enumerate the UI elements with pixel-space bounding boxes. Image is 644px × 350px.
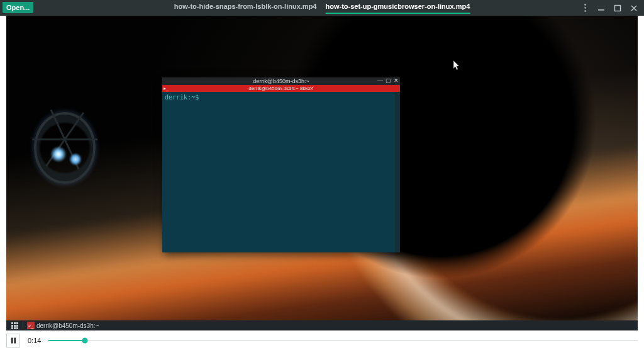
seek-fill xyxy=(48,340,85,341)
svg-rect-9 xyxy=(14,325,16,327)
app-header: Open... how-to-hide-snaps-from-lsblk-on-… xyxy=(0,0,644,16)
svg-rect-7 xyxy=(16,322,18,324)
svg-rect-14 xyxy=(11,337,13,343)
video-viewport[interactable]: derrik@b450m-ds3h:~ — ▢ ✕ ▸_ derrik@b450… xyxy=(6,16,638,330)
svg-rect-6 xyxy=(14,322,16,324)
terminal-minimize-icon[interactable]: — xyxy=(377,77,383,84)
terminal-scrollbar[interactable] xyxy=(395,92,400,252)
seek-bar[interactable] xyxy=(48,336,638,345)
minimize-icon[interactable] xyxy=(596,3,606,13)
taskbar-divider xyxy=(23,322,23,329)
kebab-menu-icon[interactable] xyxy=(580,3,590,13)
terminal-title-text: derrik@b450m-ds3h:~ xyxy=(253,78,309,84)
space-station-graphic xyxy=(24,101,106,195)
terminal-prompt: derrik:~$ xyxy=(162,92,395,252)
maximize-icon[interactable] xyxy=(613,3,623,13)
svg-rect-15 xyxy=(14,337,16,343)
svg-rect-13 xyxy=(16,327,18,329)
terminal-close-icon[interactable]: ✕ xyxy=(394,77,399,84)
pause-button[interactable] xyxy=(6,334,20,347)
taskbar-item-terminal[interactable]: >_ derrik@b450m-ds3h:~ xyxy=(27,322,99,329)
seek-thumb[interactable] xyxy=(82,337,88,343)
svg-rect-10 xyxy=(16,325,18,327)
terminal-titlebar[interactable]: derrik@b450m-ds3h:~ — ▢ ✕ xyxy=(162,77,400,85)
desktop-taskbar: >_ derrik@b450m-ds3h:~ xyxy=(6,320,638,330)
svg-rect-11 xyxy=(11,327,13,329)
terminal-tab-label[interactable]: derrik@b450m-ds3h:~ 80x24 xyxy=(248,86,314,91)
svg-rect-4 xyxy=(615,5,621,11)
svg-rect-12 xyxy=(14,327,16,329)
svg-rect-3 xyxy=(598,9,604,11)
tab-file-1[interactable]: how-to-set-up-gmusicbrowser-on-linux.mp4 xyxy=(325,3,470,14)
svg-rect-5 xyxy=(11,322,13,324)
seek-track xyxy=(48,340,638,341)
svg-point-1 xyxy=(584,7,586,8)
window-controls xyxy=(575,0,644,16)
terminal-tab-bar: ▸_ derrik@b450m-ds3h:~ 80x24 xyxy=(162,85,400,92)
player-controls: 0:14 xyxy=(0,330,644,350)
current-time: 0:14 xyxy=(28,337,41,344)
terminal-body[interactable]: derrik:~$ xyxy=(162,92,400,252)
terminal-maximize-icon[interactable]: ▢ xyxy=(386,77,391,84)
svg-point-0 xyxy=(584,4,586,5)
taskbar-item-label: derrik@b450m-ds3h:~ xyxy=(36,322,99,329)
terminal-window: derrik@b450m-ds3h:~ — ▢ ✕ ▸_ derrik@b450… xyxy=(162,77,400,252)
terminal-app-icon: >_ xyxy=(27,322,35,329)
open-button[interactable]: Open... xyxy=(3,2,33,13)
svg-rect-8 xyxy=(11,325,13,327)
file-tabs: how-to-hide-snaps-from-lsblk-on-linux.mp… xyxy=(174,0,470,16)
pause-icon xyxy=(11,337,16,344)
tab-file-0[interactable]: how-to-hide-snaps-from-lsblk-on-linux.mp… xyxy=(174,3,317,14)
app-grid-icon[interactable] xyxy=(10,321,19,330)
close-icon[interactable] xyxy=(629,3,639,13)
terminal-tab-icon: ▸_ xyxy=(164,86,169,91)
svg-point-2 xyxy=(584,10,586,11)
